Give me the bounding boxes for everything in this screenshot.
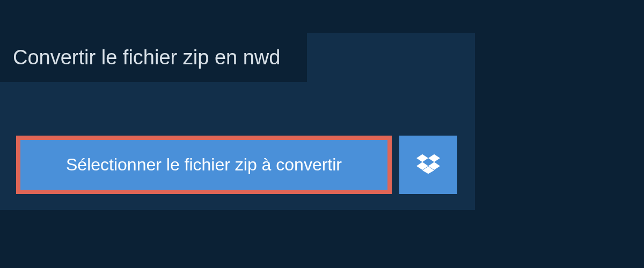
select-file-label: Sélectionner le fichier zip à convertir	[66, 155, 342, 175]
converter-panel: Convertir le fichier zip en nwd Sélectio…	[0, 33, 475, 210]
dropbox-button[interactable]	[399, 136, 457, 194]
dropbox-icon	[416, 152, 440, 177]
page-title: Convertir le fichier zip en nwd	[0, 33, 307, 82]
button-row: Sélectionner le fichier zip à convertir	[16, 136, 457, 194]
select-file-button[interactable]: Sélectionner le fichier zip à convertir	[16, 136, 392, 194]
